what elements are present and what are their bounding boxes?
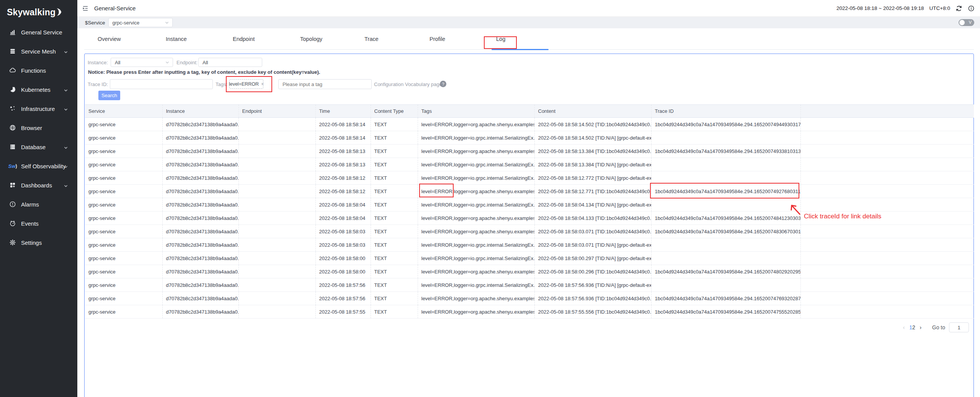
cell-trace-id [651,158,800,171]
sidebar-item-general-service[interactable]: General Service [0,23,77,42]
page-button-1[interactable]: 1 [909,324,912,330]
endpoint-filter-input[interactable]: All [198,58,262,67]
cell-trace-id[interactable]: 1bc04d9244d349c0a74a14709349584e.294.165… [651,118,800,131]
column-header-content: Content [534,105,651,118]
tabs: OverviewInstanceEndpointTopologyTracePro… [84,28,974,50]
info-icon[interactable] [968,5,975,12]
refresh-icon[interactable] [956,5,962,12]
table-row: grpc-serviced70782b8c2d347138b9a4aada0..… [85,238,974,252]
tab-endpoint[interactable]: Endpoint [233,36,255,42]
cell-service: grpc-service [85,238,162,252]
column-header-trace-id: Trace ID [651,105,800,118]
tab-profile[interactable]: Profile [430,36,445,42]
cell-trace-id[interactable]: 1bc04d9244d349c0a74a14709349584e.294.165… [651,305,800,319]
table-header-row: ServiceInstanceEndpointTimeContent TypeT… [85,105,974,118]
tab-overview[interactable]: Overview [98,36,121,42]
cell-tags: level=ERROR,logger=org.apache.shenyu.exa… [418,185,534,198]
sidebar-item-settings[interactable]: Settings [0,233,77,252]
auto-refresh-toggle[interactable]: V [959,19,974,26]
cell-filler [800,225,974,238]
goto-page-field[interactable] [949,323,969,332]
column-header-filler [800,105,974,118]
active-tab-indicator [492,49,549,50]
cell-content-type: TEXT [371,212,418,225]
cell-tags: level=ERROR,logger=io.grpc.internal.Seri… [418,252,534,265]
cell-trace-id [651,252,800,265]
sidebar-item-infrastructure[interactable]: Infrastructure [0,99,77,118]
remove-tag-icon[interactable]: × [261,81,264,87]
cell-content-type: TEXT [371,145,418,158]
cell-instance: d70782b8c2d347138b9a4aada0... [162,252,238,265]
collapse-menu-icon[interactable] [82,5,89,12]
cell-trace-id[interactable]: 1bc04d9244d349c0a74a14709349584e.294.165… [651,185,800,198]
search-button[interactable]: Search [98,91,120,100]
cell-time: 2022-05-08 18:58:13 [315,145,371,158]
sidebar-item-label: Alarms [21,201,39,208]
trace-id-input[interactable] [110,79,213,89]
tab-log[interactable]: Log [496,36,505,42]
cell-time: 2022-05-08 18:58:00 [315,265,371,278]
logo-text: Skywalking [7,7,56,18]
cell-tags: level=ERROR,logger=org.apache.shenyu.exa… [418,212,534,225]
cell-time: 2022-05-08 18:58:14 [315,118,371,131]
cell-content: 2022-05-08 18:58:12.772 [TID:N/A] [grpc-… [534,171,651,185]
chevron-down-icon [64,145,68,149]
cell-content: 2022-05-08 18:58:14.502 [TID:1bc04d9244d… [534,118,651,131]
cell-service: grpc-service [85,118,162,131]
sidebar-item-label: Dashboards [21,182,52,189]
cell-instance: d70782b8c2d347138b9a4aada0... [162,305,238,319]
tag-chip-level-error[interactable]: level=ERROR × [229,79,263,89]
sidebar-item-dashboards[interactable]: Dashboards [0,176,77,195]
cell-endpoint [238,118,315,131]
cell-trace-id [651,238,800,252]
cell-trace-id[interactable]: 1bc04d9244d349c0a74a14709349584e.294.165… [651,292,800,305]
service-select-value: grpc-service [113,20,140,26]
annotation-arrow [787,202,803,218]
cell-filler [800,252,974,265]
sidebar-item-events[interactable]: Events [0,214,77,233]
sidebar-item-self-observability[interactable]: Sw)Self Observability [0,156,77,176]
sidebar-item-kubernetes[interactable]: Kubernetes [0,80,77,99]
annotation-text: Click traceId for link details [804,213,881,220]
utc-offset[interactable]: UTC+8:0 [929,5,950,11]
cell-content-type: TEXT [371,171,418,185]
instance-filter-select[interactable]: All [111,58,173,67]
service-select[interactable]: grpc-service [108,18,173,27]
tab-topology[interactable]: Topology [300,36,322,42]
cell-endpoint [238,238,315,252]
help-icon[interactable]: ? [440,81,446,87]
sidebar-item-alarms[interactable]: Alarms [0,195,77,214]
table-row: grpc-serviced70782b8c2d347138b9a4aada0..… [85,145,974,158]
cell-content: 2022-05-08 18:58:00.296 [TID:1bc04d9244d… [534,265,651,278]
page-button-2[interactable]: 2 [912,324,915,330]
cell-tags: level=ERROR,logger=io.grpc.internal.Seri… [418,131,534,145]
cell-time: 2022-05-08 18:58:12 [315,185,371,198]
cell-instance: d70782b8c2d347138b9a4aada0... [162,185,238,198]
trace-id-input-field[interactable] [114,81,212,87]
sidebar-item-service-mesh[interactable]: Service Mesh [0,42,77,61]
next-page-button[interactable]: › [915,324,926,330]
cell-service: grpc-service [85,278,162,292]
vocabulary-link[interactable]: Configuration Vocabulary page [374,81,442,87]
prev-page-button[interactable]: ‹ [898,324,909,330]
cell-trace-id[interactable]: 1bc04d9244d349c0a74a14709349584e.294.165… [651,145,800,158]
cell-content-type: TEXT [371,238,418,252]
tag-input[interactable] [278,79,372,89]
time-range[interactable]: 2022-05-08 18:18 ~ 2022-05-08 19:18 [836,5,924,11]
cell-trace-id[interactable]: 1bc04d9244d349c0a74a14709349584e.294.165… [651,225,800,238]
tab-trace[interactable]: Trace [364,36,379,42]
cell-filler [800,198,974,212]
tab-instance[interactable]: Instance [166,36,187,42]
cell-service: grpc-service [85,185,162,198]
sidebar-item-database[interactable]: Database [0,137,77,156]
cell-time: 2022-05-08 18:57:56 [315,278,371,292]
toggle-knob [959,20,965,25]
cell-trace-id[interactable]: 1bc04d9244d349c0a74a14709349584e.294.165… [651,265,800,278]
tag-input-field[interactable] [283,81,371,87]
sidebar-item-functions[interactable]: Functions [0,61,77,80]
sidebar-item-browser[interactable]: Browser [0,118,77,137]
cell-trace-id[interactable]: 1bc04d9244d349c0a74a14709349584e.294.165… [651,212,800,225]
cell-content-type: TEXT [371,305,418,319]
goto-page-input[interactable] [949,322,969,332]
cell-content: 2022-05-08 18:58:12.771 [TID:1bc04d9244d… [534,185,651,198]
